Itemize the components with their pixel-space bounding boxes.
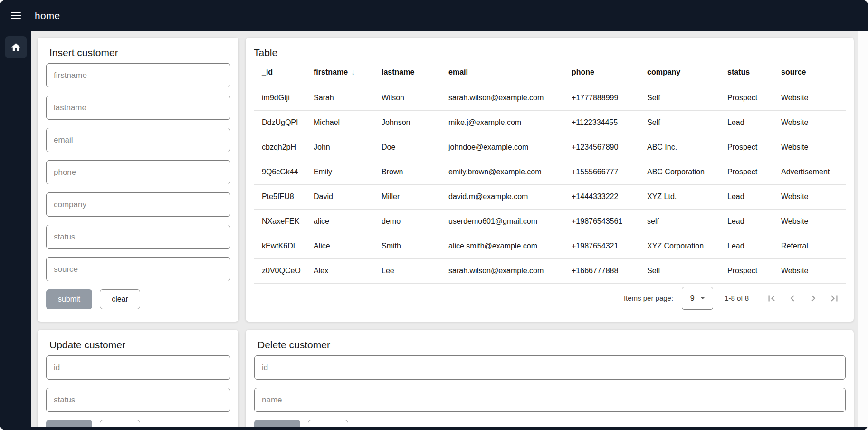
- app-window: home Insert customer submit clear: [0, 0, 868, 430]
- insert-submit-button[interactable]: submit: [46, 289, 92, 309]
- insert-status-input[interactable]: [46, 225, 230, 249]
- column-header-lastname[interactable]: lastname: [382, 59, 448, 86]
- cell-phone: +1444333222: [572, 184, 647, 209]
- cell-source: Website: [781, 258, 846, 283]
- cell-source: Advertisement: [781, 160, 846, 184]
- scrollbar-track[interactable]: [858, 31, 868, 430]
- insert-phone-input[interactable]: [46, 160, 230, 184]
- update-status-input[interactable]: [46, 388, 230, 412]
- cell-email: johndoe@example.com: [448, 135, 572, 160]
- table-row[interactable]: z0V0QCeOAlexLeesarah.wilson@example.com+…: [254, 258, 846, 283]
- cell-firstname: Sarah: [314, 86, 382, 110]
- hamburger-menu-icon[interactable]: [0, 12, 31, 19]
- insert-lastname-input[interactable]: [46, 96, 230, 120]
- update-customer-title: Update customer: [49, 339, 230, 351]
- cell-firstname: Emily: [314, 160, 382, 184]
- cell-phone: +1122334455: [572, 110, 647, 135]
- insert-clear-button[interactable]: clear: [100, 289, 140, 309]
- delete-name-input[interactable]: [254, 388, 846, 412]
- items-per-page-select[interactable]: 9: [682, 287, 713, 310]
- main-content: Insert customer submit clear Table _idfi…: [31, 31, 858, 430]
- insert-email-input[interactable]: [46, 128, 230, 152]
- column-header-status[interactable]: status: [727, 59, 781, 86]
- customers-table: _idfirstname↓lastnameemailphonecompanyst…: [254, 59, 846, 284]
- cell-lastname: Doe: [382, 135, 448, 160]
- cell-id: NXaxeFEK: [254, 209, 314, 234]
- cell-source: Referral: [781, 234, 846, 258]
- hamburger-bar: [11, 18, 21, 19]
- cell-phone: +19876543561: [572, 209, 647, 234]
- table-row[interactable]: cbzqh2pHJohnDoejohndoe@example.com+12345…: [254, 135, 846, 160]
- cell-lastname: demo: [382, 209, 448, 234]
- table-row[interactable]: im9dGtjiSarahWilsonsarah.wilson@example.…: [254, 86, 846, 110]
- last-page-button[interactable]: [824, 289, 845, 308]
- cell-id: 9Q6cGk44: [254, 160, 314, 184]
- cell-phone: +1234567890: [572, 135, 647, 160]
- sidebar-item-home[interactable]: [5, 36, 27, 58]
- update-customer-card: Update customer submit clear: [38, 330, 238, 430]
- insert-firstname-input[interactable]: [46, 63, 230, 87]
- column-header-source[interactable]: source: [781, 59, 846, 86]
- cell-firstname: John: [314, 135, 382, 160]
- home-icon: [10, 42, 21, 53]
- insert-source-input[interactable]: [46, 257, 230, 281]
- delete-customer-card: Delete customer submit clear: [246, 330, 854, 430]
- delete-id-input[interactable]: [254, 355, 846, 380]
- paginator-range-label: 1-8 of 8: [725, 294, 749, 302]
- hamburger-bar: [11, 15, 21, 16]
- column-header-email[interactable]: email: [448, 59, 572, 86]
- insert-customer-fields: [46, 63, 230, 281]
- cell-source: Website: [781, 135, 846, 160]
- cell-email: alice.smith@example.com: [448, 234, 572, 258]
- table-row[interactable]: 9Q6cGk44EmilyBrownemily.brown@example.co…: [254, 160, 846, 184]
- column-header-company[interactable]: company: [647, 59, 727, 86]
- cell-email: userdemo601@gmail.com: [448, 209, 572, 234]
- cell-phone: +1987654321: [572, 234, 647, 258]
- cell-lastname: Wilson: [382, 86, 448, 110]
- table-card: Table _idfirstname↓lastnameemailphonecom…: [246, 38, 854, 322]
- chevron-down-icon: [700, 297, 705, 299]
- column-header-phone[interactable]: phone: [572, 59, 647, 86]
- cell-email: sarah.wilson@example.com: [448, 258, 572, 283]
- delete-customer-fields: [254, 355, 846, 412]
- cell-email: mike.j@example.com: [448, 110, 572, 135]
- table-row[interactable]: DdzUgQPIMichaelJohnsonmike.j@example.com…: [254, 110, 846, 135]
- cell-company: XYZ Ltd.: [647, 184, 727, 209]
- cell-source: Website: [781, 86, 846, 110]
- cell-id: cbzqh2pH: [254, 135, 314, 160]
- column-header-firstname[interactable]: firstname↓: [314, 59, 382, 86]
- cell-id: kEwtK6DL: [254, 234, 314, 258]
- insert-company-input[interactable]: [46, 192, 230, 217]
- cell-firstname: Alice: [314, 234, 382, 258]
- table-row[interactable]: Pte5fFU8DavidMillerdavid.m@example.com+1…: [254, 184, 846, 209]
- previous-page-button[interactable]: [782, 289, 803, 308]
- cell-phone: +1666777888: [572, 258, 647, 283]
- next-page-button[interactable]: [803, 289, 824, 308]
- update-customer-fields: [46, 355, 230, 412]
- table-header-row: _idfirstname↓lastnameemailphonecompanyst…: [254, 59, 846, 86]
- items-per-page-label: Items per page:: [624, 294, 673, 302]
- column-header-id[interactable]: _id: [254, 59, 314, 86]
- cell-company: XYZ Corporation: [647, 234, 727, 258]
- cell-firstname: David: [314, 184, 382, 209]
- sort-arrow-icon: ↓: [351, 68, 355, 76]
- cell-lastname: Smith: [382, 234, 448, 258]
- cell-email: sarah.wilson@example.com: [448, 86, 572, 110]
- table-row[interactable]: NXaxeFEKalicedemouserdemo601@gmail.com+1…: [254, 209, 846, 234]
- cell-firstname: Michael: [314, 110, 382, 135]
- page-title: home: [35, 10, 60, 21]
- insert-customer-card: Insert customer submit clear: [38, 38, 238, 322]
- hamburger-bar: [11, 12, 21, 13]
- first-page-button[interactable]: [761, 289, 782, 308]
- items-per-page-value: 9: [690, 294, 695, 303]
- update-id-input[interactable]: [46, 355, 230, 380]
- cell-source: Website: [781, 209, 846, 234]
- cell-lastname: Lee: [382, 258, 448, 283]
- last-page-icon: [828, 292, 840, 305]
- first-page-icon: [765, 292, 778, 305]
- cell-company: Self: [647, 258, 727, 283]
- table-row[interactable]: kEwtK6DLAliceSmithalice.smith@example.co…: [254, 234, 846, 258]
- cell-status: Lead: [727, 184, 781, 209]
- cell-status: Prospect: [727, 258, 781, 283]
- cell-status: Lead: [727, 209, 781, 234]
